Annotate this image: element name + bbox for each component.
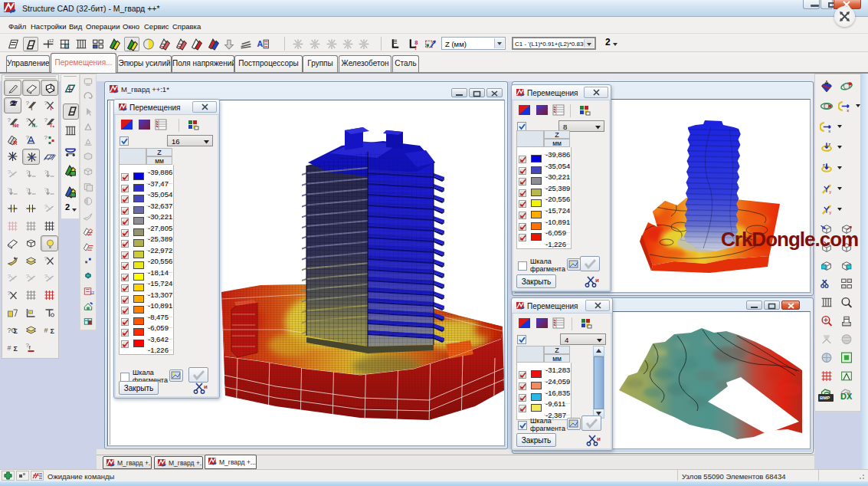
svg-text:Σ: Σ [14,327,18,335]
svg-text:?: ? [26,117,30,123]
svg-text:12: 12 [90,291,94,295]
svg-text:?: ? [44,134,48,141]
svg-text:12: 12 [49,38,54,43]
svg-text:?: ? [44,169,48,176]
svg-text:i: i [31,106,33,111]
svg-text:A: A [257,39,264,48]
svg-text:#: # [44,327,48,334]
svg-text:z: z [823,163,825,167]
svg-text:и: и [204,383,208,390]
svg-text:и: и [597,435,601,442]
svg-text:?: ? [26,186,30,193]
svg-text:y: y [829,189,831,194]
svg-text:N₇: N₇ [32,123,38,128]
svg-text:?: ? [44,186,48,193]
svg-text:?: ? [8,186,11,193]
svg-text:и: и [595,277,599,284]
svg-text:x: x [828,129,830,133]
svg-text:?: ? [8,290,11,297]
svg-text:R: R [14,140,18,146]
svg-text:#: # [8,344,11,352]
svg-text:?: ? [44,255,48,262]
svg-text:?: ? [8,117,11,123]
svg-text:Nе: Nе [13,123,20,128]
svg-text:f: f [29,344,31,351]
svg-text:x: x [847,108,849,113]
svg-text:Σ: Σ [14,345,18,353]
svg-text:y: y [829,210,831,215]
svg-text:?: ? [44,117,48,123]
svg-text:z: z [828,142,830,146]
svg-text:Σ: Σ [51,327,55,335]
svg-text:?: ? [26,100,30,107]
svg-text:?: ? [44,100,48,107]
svg-text:i: i [51,106,52,111]
svg-text:?: ? [26,169,30,176]
svg-text:Тₛ: Тₛ [50,123,55,128]
svg-text:!: ! [414,44,416,51]
